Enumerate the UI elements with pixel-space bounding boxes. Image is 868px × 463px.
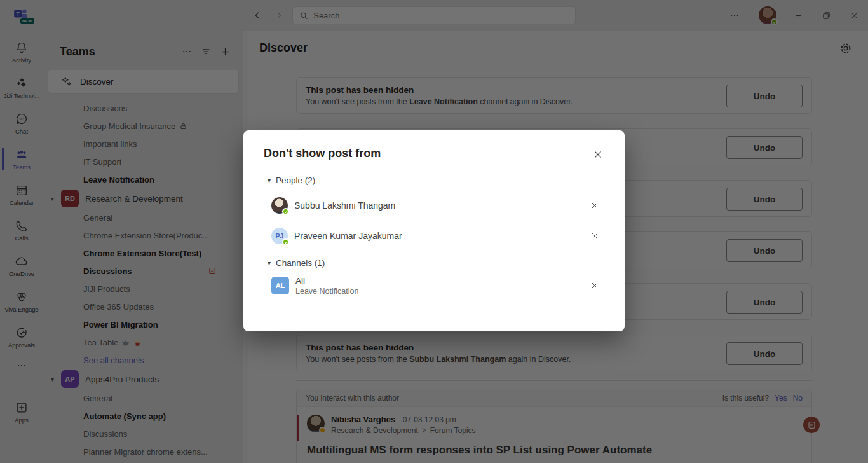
person-avatar: [271, 197, 288, 214]
dismiss-icon: [590, 280, 600, 291]
channel-avatar: AL: [271, 277, 289, 294]
dialog-close-button[interactable]: [589, 146, 607, 163]
remove-person-button[interactable]: [587, 228, 603, 244]
remove-channel-button[interactable]: [587, 277, 603, 294]
muted-person-row: Subbu Lakshmi Thangam: [264, 190, 604, 221]
muted-channel-row: AL All Leave Notification: [264, 270, 604, 301]
person-name: Subbu Lakshmi Thangam: [294, 200, 587, 211]
person-name: Praveen Kumar Jayakumar: [294, 231, 587, 241]
section-label: People (2): [276, 176, 315, 185]
dont-show-post-dialog: Don't show post from ▾ People (2) Subbu …: [243, 130, 625, 331]
teams-app-window: T NEW: [0, 0, 868, 463]
channel-name: All: [295, 276, 587, 286]
dialog-title: Don't show post from: [264, 146, 589, 160]
remove-person-button[interactable]: [587, 197, 603, 214]
presence-available-icon: [282, 208, 289, 215]
close-icon: [592, 149, 604, 160]
chevron-down-icon: ▾: [268, 259, 271, 266]
people-section-header[interactable]: ▾ People (2): [264, 174, 604, 186]
chevron-down-icon: ▾: [268, 177, 271, 184]
person-avatar: PJ: [271, 228, 288, 244]
dismiss-icon: [590, 231, 600, 241]
dismiss-icon: [590, 200, 600, 211]
presence-available-icon: [282, 238, 289, 245]
section-label: Channels (1): [276, 258, 325, 268]
muted-person-row: PJ Praveen Kumar Jayakumar: [264, 221, 604, 251]
channel-team-name: Leave Notification: [295, 287, 587, 296]
channels-section-header[interactable]: ▾ Channels (1): [264, 256, 604, 269]
